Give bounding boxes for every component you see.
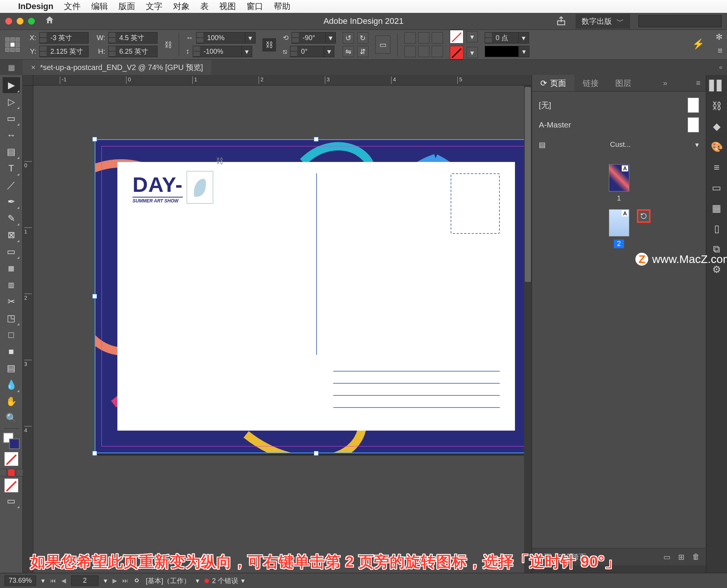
stroke-dropdown[interactable]: ▾ <box>466 47 478 58</box>
stroke-panel-icon[interactable]: ≡ <box>710 161 724 173</box>
handle[interactable] <box>92 451 97 456</box>
menu-file[interactable]: 文件 <box>64 1 81 12</box>
object-styles-icon[interactable]: ▦ <box>710 202 724 214</box>
gradient-feather-tool[interactable]: ■ <box>3 344 20 359</box>
hand-tool[interactable]: ✋ <box>3 394 20 409</box>
w-field[interactable]: 4.5 英寸 <box>108 32 158 44</box>
table-tool[interactable]: ▦ <box>3 260 20 276</box>
quick-apply-icon[interactable]: ⚡ <box>692 38 704 50</box>
default-fill-stroke[interactable] <box>5 479 18 492</box>
page-1[interactable]: A 1 <box>609 164 629 202</box>
tab-pages[interactable]: ⟳页面 <box>532 75 574 91</box>
selection-tool[interactable]: ▶ <box>3 77 20 93</box>
new-page-icon[interactable]: ⊞ <box>678 552 685 562</box>
type-tool[interactable]: T <box>3 160 20 176</box>
free-transform-tool[interactable]: ◳ <box>3 310 20 326</box>
app-menu[interactable]: InDesign <box>18 2 53 11</box>
fill-dropdown[interactable]: ▾ <box>466 31 478 42</box>
close-tab-icon[interactable]: × <box>31 63 36 72</box>
search-input[interactable] <box>638 15 722 27</box>
canvas[interactable]: -1 0 1 2 3 4 5 0 1 2 3 4 <box>23 75 532 573</box>
first-page-button[interactable]: ⏮ <box>50 577 56 584</box>
handle[interactable] <box>314 137 318 142</box>
page-size-dropdown[interactable]: ▤Cust...▾ <box>539 135 699 154</box>
select-container-button[interactable]: ▭ <box>375 36 390 54</box>
horizontal-ruler[interactable]: -1 0 1 2 3 4 5 <box>33 75 532 86</box>
menu-view[interactable]: 视图 <box>219 1 236 12</box>
last-page-button[interactable]: ⏭ <box>122 577 128 584</box>
stroke-swatch[interactable] <box>450 46 463 59</box>
tab-layers[interactable]: 图层 <box>607 75 640 91</box>
gap-tool[interactable]: ↔ <box>3 127 20 143</box>
zoom-window-button[interactable] <box>28 18 35 25</box>
page-2-thumb[interactable]: A <box>609 209 629 236</box>
h-field[interactable]: 6.25 英寸 <box>108 46 158 57</box>
workspace-switcher[interactable]: 数字出版 ﹀ <box>576 14 630 29</box>
fill-stroke-proxy[interactable] <box>3 432 20 449</box>
vertical-ruler[interactable]: 0 1 2 3 4 <box>23 86 33 573</box>
pencil-tool[interactable]: ✎ <box>3 210 20 226</box>
page-2[interactable]: A 2 <box>609 209 629 248</box>
direct-selection-tool[interactable]: ▷ <box>3 94 20 110</box>
color-panel-icon[interactable]: ▭ <box>710 182 724 194</box>
arrange-docs-icon[interactable]: ▦ <box>0 63 23 72</box>
fill-swatch[interactable] <box>450 30 463 44</box>
screen-mode-button[interactable]: ▭ <box>3 493 20 509</box>
eyedropper-tool[interactable]: 💧 <box>3 377 20 393</box>
scale-y-field[interactable]: -100%▾ <box>193 46 252 57</box>
pen-tool[interactable]: ✒ <box>3 194 20 210</box>
rotate-ccw-button[interactable]: ↺ <box>343 32 354 44</box>
page-tool[interactable]: ▭ <box>3 110 20 126</box>
home-icon[interactable] <box>45 15 55 28</box>
flip-v-button[interactable]: ⇵ <box>357 46 368 57</box>
close-window-button[interactable] <box>5 18 12 25</box>
master-a-row[interactable]: A-Master <box>539 115 699 135</box>
collapse-panel-icon[interactable]: » <box>658 79 672 87</box>
handle[interactable] <box>92 137 97 142</box>
open-icon[interactable]: ⭘ <box>134 577 140 585</box>
y-field[interactable]: 2.125 英寸 <box>39 46 89 57</box>
menu-type[interactable]: 文字 <box>146 1 162 12</box>
ruler-origin[interactable] <box>23 75 33 86</box>
tabs-overflow-icon[interactable]: « <box>715 64 727 71</box>
swatches-panel-icon[interactable]: 🎨 <box>710 141 724 153</box>
stroke-style-field[interactable]: ▾ <box>485 46 529 57</box>
menu-edit[interactable]: 编辑 <box>91 1 108 12</box>
document-tab[interactable]: × *set-up-a-postcard_END_V2 @ 74% [GPU 预… <box>23 60 211 75</box>
handle[interactable] <box>92 294 97 299</box>
panel-menu-icon[interactable]: ≡ <box>718 46 722 56</box>
zoom-field[interactable]: 73.69% <box>5 576 36 586</box>
x-field[interactable]: -3 英寸 <box>39 32 89 44</box>
pages-panel-icon[interactable]: ▋▋ <box>710 79 724 92</box>
settings-icon[interactable]: ✻ <box>716 32 722 42</box>
gradient-swatch-tool[interactable]: □ <box>3 327 20 343</box>
preflight-profile[interactable]: [基本]（工作） <box>146 576 190 585</box>
rotate-cw-button[interactable]: ↻ <box>357 32 368 44</box>
page-navigator[interactable]: 2 <box>71 576 98 586</box>
panel-scrollbar[interactable] <box>532 565 706 573</box>
page-frame[interactable]: DAY- SUMMER ART SHOW ⛓ <box>95 139 532 453</box>
menu-table[interactable]: 表 <box>200 1 209 12</box>
mac-menubar[interactable]: InDesign 文件 编辑 版面 文字 对象 表 视图 窗口 帮助 <box>0 0 727 13</box>
scale-x-field[interactable]: 100%▾ <box>196 32 256 44</box>
page-1-thumb[interactable]: A <box>609 164 629 191</box>
preflight-errors[interactable]: 2 个错误▾ <box>204 576 245 585</box>
rectangle-tool[interactable]: ▭ <box>3 244 20 260</box>
minimize-window-button[interactable] <box>17 18 23 25</box>
tab-links[interactable]: 链接 <box>574 75 607 91</box>
constrain-scale-icon[interactable]: ⛓ <box>262 38 276 51</box>
constrain-wh-icon[interactable]: ⛓ <box>164 40 172 49</box>
delete-page-icon[interactable]: 🗑 <box>692 552 700 562</box>
scissors-tool[interactable]: ✂ <box>3 294 20 310</box>
share-icon[interactable] <box>556 16 567 27</box>
layers-panel-icon[interactable]: ◆ <box>710 120 724 132</box>
handle[interactable] <box>314 451 318 456</box>
reference-point-grid[interactable] <box>5 37 20 52</box>
menu-object[interactable]: 对象 <box>173 1 190 12</box>
links-panel-icon[interactable]: ⛓ <box>710 100 724 112</box>
menu-layout[interactable]: 版面 <box>119 1 135 12</box>
align-buttons[interactable] <box>404 32 443 57</box>
shear-field[interactable]: 0°▾ <box>290 46 334 57</box>
content-collector-tool[interactable]: ▤ <box>3 144 20 160</box>
prev-page-button[interactable]: ◀ <box>61 577 66 584</box>
